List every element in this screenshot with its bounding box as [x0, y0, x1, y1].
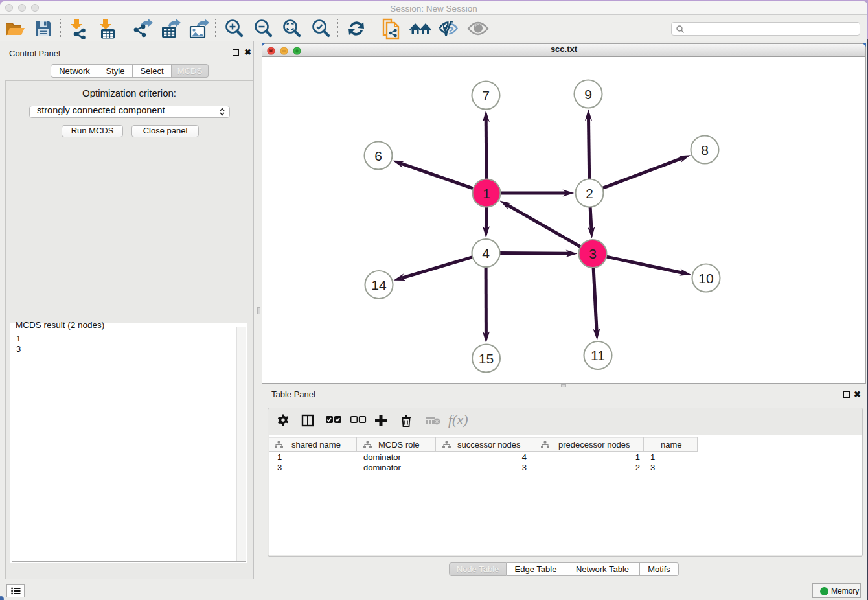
svg-text:8: 8 — [701, 143, 709, 157]
svg-text:4: 4 — [482, 246, 490, 260]
svg-text:1: 1 — [483, 186, 490, 201]
svg-text:6: 6 — [374, 148, 382, 163]
svg-text:9: 9 — [584, 87, 592, 102]
svg-text:2: 2 — [586, 186, 593, 201]
svg-text:10: 10 — [698, 271, 713, 286]
svg-text:14: 14 — [371, 277, 387, 292]
svg-text:7: 7 — [482, 88, 490, 103]
svg-text:11: 11 — [591, 348, 605, 363]
svg-text:3: 3 — [589, 246, 597, 261]
svg-text:15: 15 — [479, 351, 494, 366]
